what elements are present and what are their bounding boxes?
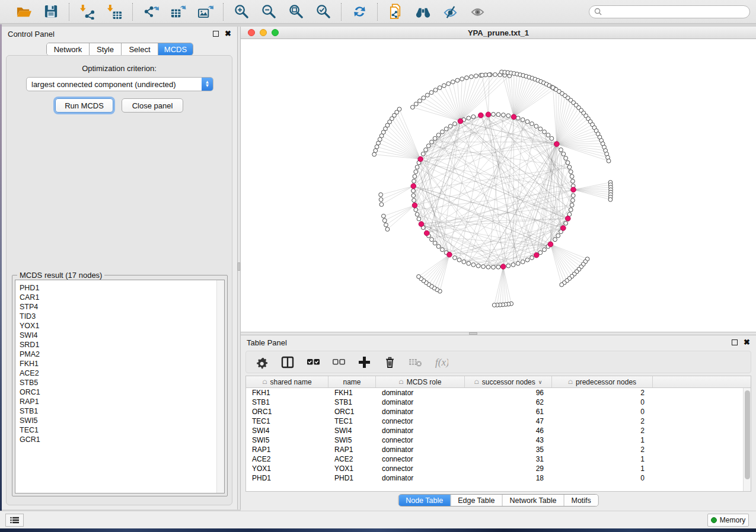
graph-node[interactable]	[530, 122, 534, 126]
graph-node[interactable]	[433, 136, 437, 140]
mcds-result-item[interactable]: TID3	[20, 312, 224, 321]
tab-mcds[interactable]: MCDS	[158, 43, 193, 55]
mcds-result-item[interactable]: STB5	[20, 378, 224, 387]
cell-shared-name[interactable]: SWI4	[246, 426, 328, 435]
graph-hub-node[interactable]	[571, 187, 576, 193]
graph-node[interactable]	[382, 219, 387, 223]
graph-node[interactable]	[559, 148, 563, 152]
import-table-button[interactable]	[105, 3, 124, 21]
cell-successor-nodes[interactable]: 96	[465, 388, 552, 398]
graph-node[interactable]	[550, 136, 554, 140]
graph-node[interactable]	[492, 303, 496, 307]
mcds-result-item[interactable]: ACE2	[20, 368, 224, 378]
cell-name[interactable]: FKH1	[328, 388, 376, 398]
cell-predecessor-nodes[interactable]: 0	[552, 407, 653, 416]
graph-node[interactable]	[442, 84, 446, 88]
graph-node[interactable]	[553, 238, 557, 242]
graph-node[interactable]	[571, 198, 575, 203]
export-table-button[interactable]	[168, 3, 187, 21]
cell-MCDS-role[interactable]: dominator	[376, 445, 465, 454]
graph-hub-node[interactable]	[418, 156, 423, 162]
cell-successor-nodes[interactable]: 47	[465, 416, 552, 426]
tab-style[interactable]: Style	[90, 43, 122, 55]
graph-node[interactable]	[516, 116, 520, 120]
cell-successor-nodes[interactable]: 43	[465, 435, 552, 445]
cell-MCDS-role[interactable]: connector	[376, 435, 465, 445]
cell-MCDS-role[interactable]: dominator	[376, 426, 465, 435]
graph-hub-node[interactable]	[447, 252, 452, 258]
network-graph[interactable]	[241, 39, 756, 332]
mcds-result-item[interactable]: SWI5	[20, 416, 224, 425]
save-button[interactable]	[42, 3, 60, 21]
float-table-panel-icon[interactable]	[732, 339, 738, 345]
cell-predecessor-nodes[interactable]: 0	[552, 398, 653, 407]
graph-node[interactable]	[421, 152, 425, 156]
table-scrollbar[interactable]	[743, 388, 751, 491]
tab-motifs[interactable]: Motifs	[564, 495, 598, 506]
graph-node[interactable]	[564, 222, 568, 226]
cell-predecessor-nodes[interactable]: 2	[552, 388, 653, 398]
table-row[interactable]: FKH1FKH1dominator962	[246, 388, 743, 398]
cell-predecessor-nodes[interactable]: 2	[552, 426, 653, 435]
table-row[interactable]: PHD1PHD1dominator180	[246, 473, 743, 483]
graph-node[interactable]	[546, 133, 550, 137]
graph-node[interactable]	[467, 261, 471, 265]
graph-node[interactable]	[543, 130, 547, 134]
cell-predecessor-nodes[interactable]: 1	[552, 454, 653, 464]
graph-node[interactable]	[486, 265, 490, 269]
column-header-name[interactable]: name	[328, 376, 376, 387]
graph-node[interactable]	[441, 130, 445, 134]
graph-node[interactable]	[465, 76, 469, 80]
graph-node[interactable]	[424, 148, 428, 152]
graph-node[interactable]	[441, 248, 445, 252]
graph-node[interactable]	[530, 256, 534, 260]
cell-MCDS-role[interactable]: connector	[376, 464, 465, 473]
cell-shared-name[interactable]: TEC1	[246, 416, 328, 426]
open-folder-button[interactable]	[14, 3, 33, 21]
split-columns-button[interactable]	[280, 354, 295, 370]
graph-node[interactable]	[379, 198, 383, 202]
graph-node[interactable]	[413, 174, 417, 178]
graph-node[interactable]	[569, 208, 573, 212]
table-row[interactable]: YOX1YOX1connector291	[246, 464, 743, 473]
cell-name[interactable]: PHD1	[328, 473, 376, 483]
graph-hub-node[interactable]	[424, 230, 429, 236]
mcds-result-item[interactable]: TEC1	[20, 425, 224, 435]
graph-node[interactable]	[556, 233, 560, 238]
graph-node[interactable]	[525, 258, 529, 262]
tab-node-table[interactable]: Node Table	[398, 495, 451, 506]
deselect-all-button[interactable]	[331, 354, 346, 370]
graph-hub-node[interactable]	[412, 203, 417, 208]
graph-node[interactable]	[412, 189, 416, 193]
column-header-predecessor-nodes[interactable]: ☖predecessor nodes	[552, 376, 653, 387]
graph-node[interactable]	[506, 264, 511, 268]
graph-node[interactable]	[414, 102, 418, 106]
graph-node[interactable]	[433, 241, 437, 245]
graph-node[interactable]	[381, 214, 385, 218]
cell-successor-nodes[interactable]: 31	[465, 454, 552, 464]
table-row[interactable]: ACE2ACE2connector311	[246, 454, 743, 464]
run-mcds-button[interactable]: Run MCDS	[55, 98, 113, 113]
import-network-button[interactable]	[78, 3, 97, 21]
tab-edge-table[interactable]: Edge Table	[451, 495, 502, 506]
mcds-result-list[interactable]: PHD1CAR1STP4TID3YOX1SWI4SRD1PMA2FKH1ACE2…	[15, 280, 225, 493]
graph-node[interactable]	[418, 99, 422, 103]
graph-node[interactable]	[502, 113, 506, 117]
graph-node[interactable]	[426, 144, 430, 148]
graph-node[interactable]	[516, 261, 520, 265]
mcds-result-item[interactable]: YOX1	[20, 321, 224, 331]
cell-successor-nodes[interactable]: 61	[465, 407, 552, 416]
graph-node[interactable]	[451, 80, 455, 84]
mcds-result-item[interactable]: ORC1	[20, 387, 224, 397]
mcds-result-item[interactable]: GCR1	[20, 435, 224, 444]
cell-shared-name[interactable]: SWI5	[246, 435, 328, 445]
eye-button[interactable]	[468, 3, 487, 21]
cell-shared-name[interactable]: ORC1	[246, 407, 328, 416]
graph-node[interactable]	[430, 140, 434, 144]
graph-node[interactable]	[521, 118, 525, 122]
column-header-shared-name[interactable]: ☖shared name	[246, 376, 328, 387]
cell-successor-nodes[interactable]: 18	[465, 473, 552, 483]
mcds-result-item[interactable]: SWI4	[20, 331, 224, 340]
graph-node[interactable]	[448, 124, 452, 129]
graph-hub-node[interactable]	[511, 114, 516, 120]
